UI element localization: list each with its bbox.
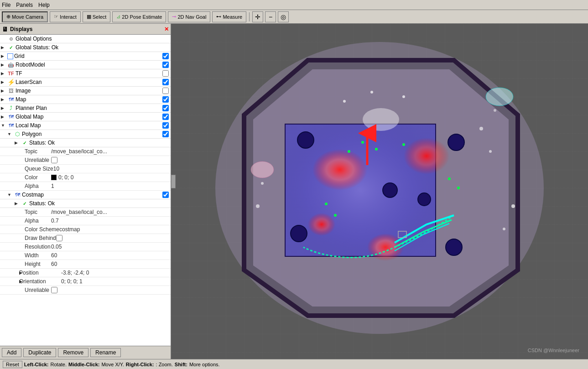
- pose-estimate-button[interactable]: ⊿ 2D Pose Estimate: [112, 11, 166, 22]
- add-button[interactable]: Add: [2, 348, 21, 357]
- list-item[interactable]: ▶ ✓ Status: Ok: [0, 199, 171, 208]
- property-row: Height 60: [0, 260, 171, 269]
- left-panel: 🖥 Displays ✕ ⚙ Global Options ▶ ✓ Global…: [0, 24, 171, 359]
- list-item[interactable]: ▶ ✓ Status: Ok: [0, 139, 171, 147]
- middle-click-label: Middle-Click:: [68, 362, 99, 367]
- expand-arrow[interactable]: ▶: [1, 71, 6, 76]
- expand-arrow[interactable]: ▶: [1, 80, 6, 84]
- unreliable-checkbox[interactable]: [51, 157, 57, 163]
- measure-button[interactable]: ⊷ Measure: [212, 11, 246, 22]
- property-row: ▶ Orientation 0; 0; 0; 1: [0, 277, 171, 286]
- tf-checkbox[interactable]: [162, 70, 169, 77]
- expand-arrow[interactable]: ▼: [7, 192, 13, 197]
- global-options-label: Global Options: [16, 36, 170, 42]
- unreliable-label: Unreliable: [1, 157, 51, 163]
- duplicate-button[interactable]: Duplicate: [23, 348, 56, 357]
- color-label: Color: [1, 174, 51, 181]
- map-checkbox[interactable]: [162, 96, 169, 103]
- expand-arrow[interactable]: ▶: [1, 114, 6, 119]
- expand-arrow[interactable]: ▶: [15, 201, 20, 206]
- map-visualization[interactable]: CSDN @Wnnleejuneer: [171, 24, 588, 359]
- displays-close-button[interactable]: ✕: [164, 26, 169, 32]
- check-icon: ✓: [7, 44, 15, 51]
- expand-arrow[interactable]: ▶: [1, 54, 6, 58]
- map-label: Map: [16, 96, 162, 103]
- property-row: Queue Size 10: [0, 165, 171, 173]
- list-item[interactable]: ▼ ⬡ Polygon: [0, 130, 171, 139]
- reset-button[interactable]: Reset: [3, 361, 22, 368]
- list-item[interactable]: ▶ ✓ Global Status: Ok: [0, 43, 171, 52]
- color-swatch[interactable]: [51, 175, 57, 180]
- expand-arrow[interactable]: ▶: [1, 45, 6, 50]
- pose-estimate-label: 2D Pose Estimate: [122, 14, 162, 20]
- expand-arrow[interactable]: ▼: [7, 132, 13, 136]
- zoom-out-button[interactable]: −: [265, 11, 276, 22]
- nav-goal-button[interactable]: ⊸ 2D Nav Goal: [168, 11, 210, 22]
- costmap-checkbox[interactable]: [162, 192, 169, 198]
- measure-icon: ⊷: [216, 14, 221, 20]
- grid-label: Grid: [14, 53, 162, 59]
- main-content: 🖥 Displays ✕ ⚙ Global Options ▶ ✓ Global…: [0, 24, 588, 359]
- select-label: Select: [93, 14, 107, 20]
- move-camera-button[interactable]: ⊕ Move Camera: [2, 11, 48, 22]
- expand-arrow[interactable]: ▶: [15, 140, 20, 145]
- list-item[interactable]: ▶ 🗺 Map: [0, 95, 171, 104]
- dot-3: [375, 148, 378, 151]
- displays-list[interactable]: ⚙ Global Options ▶ ✓ Global Status: Ok ▶…: [0, 35, 171, 346]
- laser-scan-checkbox[interactable]: [162, 79, 169, 85]
- expand-arrow[interactable]: ▼: [1, 123, 6, 128]
- interact-label: Interact: [60, 14, 77, 20]
- list-item[interactable]: ▼ 🗺 Local Map: [0, 121, 171, 130]
- expand-arrow[interactable]: ▶: [1, 279, 19, 284]
- interact-button[interactable]: ☞ Interact: [50, 11, 81, 22]
- expand-arrow[interactable]: ▶: [1, 62, 6, 67]
- list-item[interactable]: ▶ Grid: [0, 52, 171, 61]
- planner-plan-icon: ⤴: [7, 104, 15, 112]
- orientation-value: 0; 0; 0; 1: [61, 278, 83, 285]
- list-item[interactable]: ⚙ Global Options: [0, 35, 171, 43]
- image-checkbox[interactable]: [162, 88, 169, 94]
- local-map-checkbox[interactable]: [162, 122, 169, 129]
- orientation-label: Orientation: [19, 278, 61, 285]
- menu-help[interactable]: Help: [38, 2, 50, 8]
- robot-model-checkbox[interactable]: [162, 62, 169, 68]
- obstacle-3: [291, 225, 307, 242]
- expand-arrow[interactable]: ▶: [1, 88, 6, 93]
- grid-checkbox[interactable]: [162, 53, 169, 59]
- height-label: Height: [1, 261, 51, 267]
- dot-6: [334, 214, 337, 217]
- visualization-panel[interactable]: CSDN @Wnnleejuneer: [171, 24, 588, 359]
- list-item[interactable]: ▶ ⚡ LaserScan: [0, 78, 171, 87]
- select-button[interactable]: ▦ Select: [83, 11, 111, 22]
- rename-button[interactable]: Rename: [90, 348, 121, 357]
- scan-8: [256, 204, 260, 208]
- scroll-handle[interactable]: [171, 175, 176, 188]
- polygon-checkbox[interactable]: [162, 131, 169, 137]
- width-value: 60: [51, 252, 57, 259]
- menu-file[interactable]: File: [2, 2, 10, 8]
- list-item[interactable]: ▶ 🤖 RobotModel: [0, 61, 171, 69]
- global-map-checkbox[interactable]: [162, 114, 169, 120]
- expand-arrow[interactable]: ▶: [1, 270, 19, 275]
- scan-2: [370, 91, 373, 94]
- remove-button[interactable]: Remove: [58, 348, 88, 357]
- obstacle-1: [297, 132, 314, 148]
- left-click-label: Left-Click:: [24, 362, 49, 367]
- costmap-unreliable-label: Unreliable: [1, 287, 51, 293]
- planner-plan-checkbox[interactable]: [162, 105, 169, 111]
- zoom-in-button[interactable]: ✛: [252, 11, 263, 22]
- list-item[interactable]: ▼ 🗺 Costmap: [0, 191, 171, 199]
- list-item[interactable]: ▶ 🖼 Image: [0, 87, 171, 95]
- menu-panels[interactable]: Panels: [16, 2, 33, 8]
- position-label: Position: [19, 270, 61, 276]
- list-item[interactable]: ▶ TF TF: [0, 69, 171, 78]
- left-click-action: Rotate.: [51, 362, 67, 367]
- list-item[interactable]: ▶ 🗺 Global Map: [0, 113, 171, 121]
- expand-arrow[interactable]: ▶: [1, 106, 6, 110]
- expand-arrow[interactable]: ▶: [1, 97, 6, 102]
- list-item[interactable]: ▶ ⤴ Planner Plan: [0, 104, 171, 113]
- status-ok-icon: ✓: [21, 139, 28, 146]
- focus-button[interactable]: ◎: [278, 11, 289, 22]
- costmap-unreliable-checkbox[interactable]: [51, 287, 57, 293]
- draw-behind-checkbox[interactable]: [56, 235, 62, 241]
